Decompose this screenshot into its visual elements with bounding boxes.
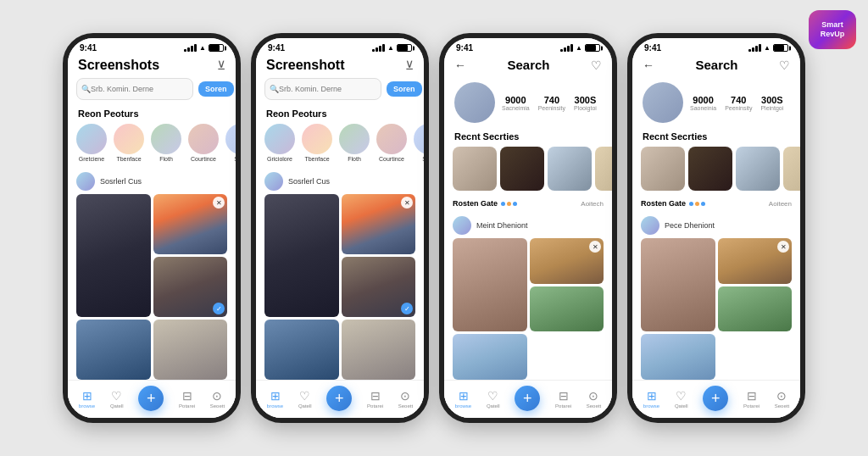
back-arrow-icon[interactable]: ← bbox=[454, 58, 466, 72]
nav-item-home[interactable]: ⊞ browse bbox=[79, 389, 95, 409]
nav-item-heart[interactable]: ♡ Qatell bbox=[298, 389, 312, 409]
nav-item-heart[interactable]: ♡ Qatell bbox=[675, 389, 688, 409]
nav-item-home[interactable]: ⊞ browse bbox=[643, 389, 659, 409]
nav-plus-button[interactable]: + bbox=[326, 386, 352, 411]
nav-plus-button[interactable]: + bbox=[138, 386, 164, 411]
photo-cell[interactable] bbox=[718, 286, 793, 332]
recent-searches-thumbs bbox=[444, 147, 612, 196]
search-thumbnail[interactable] bbox=[500, 147, 544, 191]
filter-left: Rosten Gate bbox=[641, 199, 705, 208]
person-item[interactable]: Selie bbox=[225, 124, 236, 162]
nav-item-bookmark[interactable]: ⊟ Potarei bbox=[743, 389, 760, 409]
filter-notice[interactable]: Aoiteen bbox=[769, 200, 792, 208]
close-icon[interactable]: ✕ bbox=[401, 197, 413, 209]
nav-item-plus[interactable]: + bbox=[326, 386, 352, 411]
wifi-icon: ▲ bbox=[387, 44, 394, 52]
nav-item-person[interactable]: ⊙ Seoett bbox=[398, 389, 413, 409]
close-icon[interactable]: ✕ bbox=[777, 241, 789, 253]
nav-item-heart[interactable]: ♡ Qatell bbox=[110, 389, 124, 409]
person-avatar bbox=[376, 124, 407, 154]
battery-icon bbox=[209, 44, 224, 52]
heart-icon[interactable]: ♡ bbox=[591, 58, 602, 72]
search-input[interactable] bbox=[264, 78, 381, 100]
back-arrow-icon[interactable]: ← bbox=[643, 58, 654, 72]
photo-cell[interactable] bbox=[76, 194, 151, 317]
nav-icon-home: ⊞ bbox=[647, 389, 657, 403]
nav-label-person: Seoett bbox=[398, 403, 413, 409]
poster-avatar bbox=[264, 172, 283, 191]
nav-icon-home: ⊞ bbox=[82, 389, 92, 403]
nav-item-heart[interactable]: ♡ Qatell bbox=[487, 389, 500, 409]
nav-icon-person: ⊙ bbox=[776, 389, 787, 403]
person-item[interactable]: Tbenface bbox=[302, 124, 332, 162]
nav-item-plus[interactable]: + bbox=[138, 386, 164, 411]
search-input[interactable] bbox=[76, 78, 193, 100]
stat-item: 740 Peeninsity bbox=[725, 95, 752, 111]
person-item[interactable]: Floth bbox=[339, 124, 370, 162]
photo-cell[interactable]: ✕ bbox=[530, 238, 604, 284]
photo-cell[interactable]: ✕ bbox=[342, 194, 416, 254]
photo-cell[interactable] bbox=[264, 320, 339, 380]
person-item[interactable]: Sulie bbox=[414, 124, 424, 162]
signal-bars bbox=[748, 44, 761, 52]
photo-cell[interactable] bbox=[342, 320, 416, 380]
nav-item-plus[interactable]: + bbox=[515, 386, 540, 411]
person-item[interactable]: Griciolore bbox=[264, 124, 295, 162]
stat-item: 9000 Sacneimia bbox=[502, 95, 530, 111]
download-icon[interactable]: ⊻ bbox=[217, 58, 225, 72]
nav-item-bookmark[interactable]: ⊟ Potarei bbox=[367, 389, 383, 409]
filter-notice[interactable]: Aoitech bbox=[581, 200, 604, 208]
photo-cell[interactable]: ✕ bbox=[153, 194, 228, 254]
nav-item-home[interactable]: ⊞ browse bbox=[455, 389, 471, 409]
search-thumbnail[interactable] bbox=[641, 147, 685, 191]
photo-cell[interactable] bbox=[153, 320, 228, 380]
nav-item-person[interactable]: ⊙ Seoett bbox=[775, 389, 789, 409]
close-icon[interactable]: ✕ bbox=[213, 197, 225, 209]
person-item[interactable]: Gretciene bbox=[76, 124, 107, 162]
photo-cell[interactable]: ✓ bbox=[153, 257, 228, 317]
person-item[interactable]: Floth bbox=[151, 124, 181, 162]
nav-item-bookmark[interactable]: ⊟ Potarei bbox=[179, 389, 195, 409]
nav-item-bookmark[interactable]: ⊟ Potarei bbox=[555, 389, 571, 409]
photo-cell[interactable] bbox=[264, 194, 339, 317]
search-button[interactable]: Soren bbox=[198, 81, 234, 97]
person-item[interactable]: Courtince bbox=[376, 124, 407, 162]
photo-cell[interactable] bbox=[453, 238, 527, 331]
app-header: Screenshots ⊻ bbox=[68, 54, 236, 78]
nav-plus-button[interactable]: + bbox=[703, 386, 728, 411]
person-item[interactable]: Tbenface bbox=[114, 124, 144, 162]
search-button[interactable]: Soren bbox=[387, 81, 422, 97]
heart-icon[interactable]: ♡ bbox=[779, 58, 790, 72]
photo-cell[interactable]: ✓ bbox=[342, 257, 416, 317]
search-thumbnail[interactable] bbox=[688, 147, 732, 191]
photo-cell[interactable] bbox=[453, 334, 527, 380]
photo-cell[interactable] bbox=[641, 334, 715, 380]
photo-cell[interactable]: ✕ bbox=[718, 238, 793, 284]
search-thumbnail[interactable] bbox=[453, 147, 497, 191]
poster-name: Meint Dheniont bbox=[476, 221, 528, 230]
download-icon[interactable]: ⊻ bbox=[405, 58, 414, 72]
nav-item-home[interactable]: ⊞ browse bbox=[267, 389, 283, 409]
stat-number: 740 bbox=[731, 95, 746, 105]
nav-item-plus[interactable]: + bbox=[703, 386, 728, 411]
search-thumbnail[interactable] bbox=[736, 147, 780, 191]
nav-label-person: Seoett bbox=[210, 403, 225, 409]
recent-searches-title: Recnt Secrties bbox=[444, 130, 612, 147]
close-icon[interactable]: ✕ bbox=[589, 241, 601, 253]
status-icons: ▲ bbox=[372, 44, 412, 52]
nav-item-person[interactable]: ⊙ Seoett bbox=[587, 389, 601, 409]
search-thumbnail[interactable] bbox=[595, 147, 612, 191]
search-thumbnail[interactable] bbox=[548, 147, 592, 191]
search-thumbnail[interactable] bbox=[783, 147, 800, 191]
recent-people-title: Reon Peoturs bbox=[68, 107, 236, 124]
nav-item-person[interactable]: ⊙ Seoett bbox=[210, 389, 225, 409]
photo-cell[interactable] bbox=[530, 286, 604, 332]
person-item[interactable]: Courtince bbox=[188, 124, 219, 162]
person-name: Gretciene bbox=[79, 156, 104, 162]
poster-name: Pece Dheniont bbox=[665, 221, 715, 230]
search-header: ← Search ♡ bbox=[632, 54, 800, 77]
photo-cell[interactable] bbox=[641, 238, 715, 331]
photo-cell[interactable] bbox=[76, 320, 151, 380]
status-time: 9:41 bbox=[456, 43, 473, 53]
nav-plus-button[interactable]: + bbox=[515, 386, 540, 411]
